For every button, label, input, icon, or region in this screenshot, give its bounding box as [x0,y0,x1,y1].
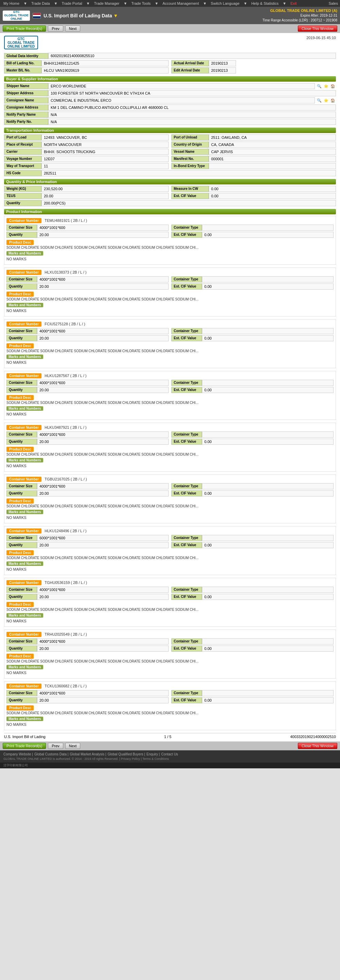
nav-home[interactable]: My Home [2,1,21,6]
footer-copyright: GLOBAL TRADE ONLINE LIMITED is authorize… [3,757,337,760]
measure-field: Measure In CW 0.00 [172,186,336,192]
port-load-label: Port of Load [4,134,41,140]
container-size-field-7: Container Size 4000*1001*600 [6,587,168,593]
top-navigation: My Home ▼ Trade Data ▼ Trade Portal ▼ Tr… [0,0,340,7]
marks-text-3: NO MARKS [6,412,334,416]
container-type-field-0: Container Type [172,224,334,231]
container-number-value-2: FCIU5275128 ( 2B / L / ) [44,322,85,326]
container-cif-field-9: Est. CIF Value 0.00 [172,697,334,703]
product-desc-label-5: Product Desc [6,498,334,504]
container-type-field-2: Container Type [172,328,334,334]
master-bol-value: HLCU VAN19020619 [41,67,168,73]
container-size-label-6: Container Size [6,535,37,541]
nav-trade-data[interactable]: Trade Data [30,1,51,6]
product-desc-text-7: SODIUM CHLORATE SODIUM CHLORATE SODIUM C… [6,608,334,611]
vessel-label: Vessel Name [172,149,209,155]
container-cif-value-7: 0.00 [202,594,334,600]
nav-trade-portal[interactable]: Trade Portal [60,1,83,6]
footer-link-3[interactable]: Global Qualified Buyers | [108,752,145,756]
bol-label: Bill of Lading No. [4,60,41,66]
page-bottom-info: U.S. Import Bill of Lading 1 / 5 4003320… [4,733,336,739]
next-button-bottom[interactable]: Next [65,743,81,749]
logo-area: GTCGLOBAL TRADEONLINE [3,11,41,21]
container-number-label-1: Container Number [6,270,41,275]
in-bond-field: In-Bond Entry Type [172,163,336,169]
container-cif-label-3: Est. CIF Value [172,387,202,393]
container-cif-label-6: Est. CIF Value [172,542,202,548]
footer-link-0[interactable]: Company Website | [3,752,33,756]
container-cif-value-6: 0.00 [202,542,334,548]
container-number-value-6: HLKU1248496 ( 2B / L / ) [44,529,86,533]
container-number-value-9: TCKU1360682 ( 2B / L / ) [44,684,87,688]
product-desc-label-0: Product Desc [6,239,334,246]
qty-price-header: Quantity & Price Information [4,179,336,185]
container-cif-field-4: Est. CIF Value 0.00 [172,439,334,445]
footer-link-1[interactable]: Global Customs Data | [34,752,68,756]
container-qty-field-8: Quantity 20.00 [6,646,168,652]
container-size-value-5: 4000*1001*600 [37,483,168,489]
product-desc-text-9: SODIUM CHLORATE SODIUM CHLORATE SODIUM C… [6,711,334,715]
nav-exit[interactable]: Exit [289,1,298,6]
nav-account[interactable]: Account Management [161,1,200,6]
container-size-label-4: Container Size [6,431,37,438]
notify-party-no-row: Notify Party No. N/A [4,119,336,125]
nav-divider5: ▼ [155,2,159,5]
container-cif-value-1: 0.00 [202,283,334,290]
print-button-top[interactable]: Print Trade Record(s) [3,25,46,32]
home-icon[interactable]: 🏠 [330,83,336,89]
container-cif-label-1: Est. CIF Value [172,283,202,290]
nav-trade-tools[interactable]: Trade Tools [130,1,152,6]
container-size-value-4: 4000*1001*600 [37,431,168,438]
marks-text-9: NO MARKS [6,722,334,727]
nav-help[interactable]: Help & Statistics [250,1,280,6]
product-desc-text-2: SODIUM CHLORATE SODIUM CHLORATE SODIUM C… [6,349,334,353]
consignee-label: Consignee Name [4,97,48,103]
record-id: 4003320190214000002510 [290,735,336,739]
place-receipt-value: NORTH VANCOUVER [41,142,168,148]
marks-label-4: Marks and Numbers [6,457,334,463]
container-type-label-8: Container Type [172,638,202,644]
consignee-name-row: Consignee Name COMERCIAL E INDUSTRIAL ER… [4,97,336,103]
footer-link-4[interactable]: Enquiry | [146,752,160,756]
close-button-bottom[interactable]: Close This Window [298,743,337,749]
container-size-row-3: Container Size 4000*1001*600 Container T… [6,380,334,386]
hs-code-row: HS Code 282511 [4,170,336,176]
containers-area: Container Number TEMU4881921 ( 2B / L / … [4,216,336,730]
place-receipt-label: Place of Receipt [4,142,41,148]
nav-divider4: ▼ [124,2,127,5]
container-size-label-3: Container Size [6,380,37,386]
print-button-bottom[interactable]: Print Trade Record(s) [3,743,46,749]
nav-divider7: ▼ [243,2,247,5]
container-cif-value-2: 0.00 [202,335,334,341]
container-type-field-3: Container Type [172,380,334,386]
container-cif-field-2: Est. CIF Value 0.00 [172,335,334,341]
nav-language[interactable]: Switch Language [210,1,241,6]
search-icon[interactable]: 🔍 [316,83,323,89]
container-number-label-9: Container Number [6,684,41,689]
container-qty-value-9: 20.00 [37,697,168,703]
consignee-home-icon[interactable]: 🏠 [330,97,336,103]
close-button-top[interactable]: Close This Window [298,25,337,32]
country-origin-label: Country of Origin [172,142,209,148]
marks-label-2: Marks and Numbers [6,354,334,360]
hs-code-value: 282511 [41,170,336,176]
container-qty-row-6: Quantity 20.00 Est. CIF Value 0.00 [6,542,334,548]
prev-button-bottom[interactable]: Prev [48,743,63,749]
nav-trade-manager[interactable]: Trade Manager [92,1,121,6]
footer-link-5[interactable]: Contact Us [161,752,178,756]
est-cif-field: Est. CIF Value 0.00 [172,193,336,199]
manifest-label: Manifest No. [172,156,209,162]
consignee-star-icon[interactable]: ⭐ [323,97,329,103]
nav-divider2: ▼ [54,2,58,5]
carrier-label: Carrier [4,149,41,155]
container-cif-field-5: Est. CIF Value 0.00 [172,490,334,496]
prev-button-top[interactable]: Prev [48,25,63,32]
next-button-top[interactable]: Next [65,25,81,32]
container-qty-value-8: 20.00 [37,646,168,652]
container-qty-label-5: Quantity [6,490,37,496]
consignee-search-icon[interactable]: 🔍 [316,97,323,103]
container-size-field-6: Container Size 6000*1001*600 [6,535,168,541]
container-type-label-3: Container Type [172,380,202,386]
footer-link-2[interactable]: Global Market Analysis | [70,752,106,756]
star-icon[interactable]: ⭐ [323,83,329,89]
